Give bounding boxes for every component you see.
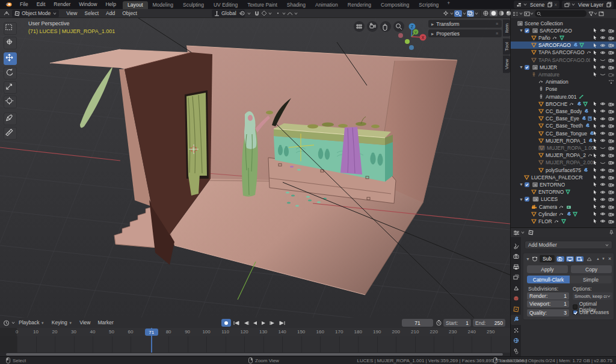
tool-scale[interactable] xyxy=(4,81,17,94)
snap-target-icon[interactable] xyxy=(261,10,267,16)
pivot-icon[interactable] xyxy=(239,10,246,16)
props-tab-scene[interactable] xyxy=(511,283,521,293)
mesh-icon[interactable] xyxy=(538,116,544,121)
transform-panel-collapsed[interactable]: ▸Transform≡ xyxy=(428,20,502,28)
snap-magnet-icon[interactable] xyxy=(254,10,260,16)
props-tab-tool[interactable] xyxy=(511,241,521,251)
timeline-ruler[interactable]: 0102030405060809010011012013014015016017… xyxy=(0,328,510,336)
outliner-item-label[interactable]: Scene Collection xyxy=(525,20,563,26)
mod-down-button[interactable]: ▼ xyxy=(602,257,605,261)
vp-menu-view[interactable]: View xyxy=(63,9,81,18)
collection-icon[interactable] xyxy=(532,182,538,187)
pose-icon[interactable] xyxy=(538,94,544,99)
outliner-row[interactable]: CC_Base_Teeth xyxy=(511,122,616,129)
outliner-item-label[interactable]: CC_Base_Body xyxy=(546,108,582,114)
mod-up-button[interactable]: ▲ xyxy=(596,257,600,261)
props-tab-physics[interactable] xyxy=(511,336,521,346)
cam-toggle-icon[interactable] xyxy=(608,160,614,165)
anim-icon[interactable] xyxy=(538,79,544,84)
cam-toggle-icon[interactable] xyxy=(608,190,614,194)
badge-wrench-icon[interactable] xyxy=(583,168,588,173)
outliner-row[interactable]: Pose xyxy=(511,85,616,93)
eye-toggle-icon[interactable] xyxy=(600,168,606,172)
cam-toggle-icon[interactable] xyxy=(608,205,614,209)
dots-toggle-icon[interactable] xyxy=(608,79,614,84)
badge-wrench-icon[interactable] xyxy=(581,116,586,121)
clock-icon[interactable] xyxy=(436,319,442,326)
outliner-row[interactable]: ▼ENTORNO xyxy=(511,181,616,188)
outliner-item-label[interactable]: Cylinder xyxy=(538,211,557,217)
mesh-icon[interactable] xyxy=(538,102,544,106)
mesh-icon[interactable] xyxy=(531,212,537,217)
use-creases-checkbox[interactable] xyxy=(573,310,578,315)
eye-toggle-icon[interactable] xyxy=(600,131,606,135)
outliner-search-input[interactable] xyxy=(535,10,587,17)
jump-to-end-button[interactable] xyxy=(278,320,286,326)
outliner-row[interactable]: MUJER_ROPA_2.001 xyxy=(511,159,616,166)
outliner-row[interactable]: MUJER_ROPA_1.001 xyxy=(511,144,616,152)
ptr-toggle-icon[interactable] xyxy=(593,211,597,217)
ptr-toggle-icon[interactable] xyxy=(593,35,597,40)
ptr-toggle-icon[interactable] xyxy=(593,174,597,180)
panel-collapse-icon[interactable]: ▼ xyxy=(526,257,530,261)
vp-menu-select[interactable]: Select xyxy=(81,9,102,18)
cam-toggle-icon[interactable] xyxy=(608,65,614,70)
tool-cursor[interactable] xyxy=(4,37,17,49)
outliner-row[interactable]: polySurface575 xyxy=(511,167,616,174)
copy-icon[interactable] xyxy=(606,2,611,7)
tool-transform[interactable] xyxy=(4,96,17,108)
outliner-row[interactable]: TAPA SARCOFAGO xyxy=(511,49,616,56)
properties-panel-collapsed[interactable]: ▸Properties≡ xyxy=(428,29,502,37)
mod-cage-toggle[interactable] xyxy=(585,256,593,262)
shading-solid-icon[interactable] xyxy=(490,10,497,16)
prev-keyframe-button[interactable] xyxy=(242,320,250,326)
ptr-toggle-icon[interactable] xyxy=(593,131,597,136)
tab-uv-editing[interactable]: UV Editing xyxy=(209,1,242,9)
outliner-item-label[interactable]: Armature xyxy=(538,72,559,78)
outliner-item-label[interactable]: BROCHE xyxy=(546,101,567,107)
outliner-item-label[interactable]: polySurface575 xyxy=(546,167,581,173)
copy-button[interactable]: Copy xyxy=(571,265,612,273)
eye-toggle-icon[interactable] xyxy=(600,117,606,121)
ptr-toggle-icon[interactable] xyxy=(593,43,597,48)
shading-wireframe-icon[interactable] xyxy=(482,10,489,16)
tool-rotate[interactable] xyxy=(4,67,17,79)
optimal-display-checkbox[interactable] xyxy=(573,304,578,309)
outliner-row[interactable]: Armature.001 xyxy=(511,93,616,100)
ptr-toggle-icon[interactable] xyxy=(593,116,597,122)
outliner-item-label[interactable]: TAPA SARCOFAGO xyxy=(538,49,585,55)
tab-rendering[interactable]: Rendering xyxy=(343,1,376,9)
props-tab-view-layer[interactable] xyxy=(511,273,521,283)
outliner-row[interactable]: Cylinder xyxy=(511,211,616,218)
tl-menu-marker[interactable]: Marker xyxy=(94,318,117,327)
eye-toggle-icon[interactable] xyxy=(600,28,606,32)
ptr-toggle-icon[interactable] xyxy=(593,28,597,33)
outliner-display-mode-icon[interactable] xyxy=(513,11,519,16)
ptr-toggle-icon[interactable] xyxy=(593,167,597,173)
outliner-row[interactable]: Scene Collection xyxy=(511,20,616,27)
mesh-icon[interactable] xyxy=(538,168,544,173)
cam-toggle-icon[interactable] xyxy=(608,138,614,143)
outliner-row[interactable]: Paño xyxy=(511,34,616,42)
eye-toggle-icon[interactable] xyxy=(600,124,606,128)
ptr-toggle-icon[interactable] xyxy=(593,218,597,224)
cam-toggle-icon[interactable] xyxy=(608,109,614,114)
cam-toggle-icon[interactable] xyxy=(608,58,614,63)
falloff-icon[interactable] xyxy=(287,10,293,16)
eye-toggle-icon[interactable] xyxy=(600,102,606,106)
badge-datagreen-icon[interactable] xyxy=(559,35,564,40)
outliner-item-label[interactable]: Pose xyxy=(546,86,557,92)
props-tab-modifiers[interactable] xyxy=(511,315,521,325)
modifier-name-field[interactable]: Sub xyxy=(540,255,555,262)
ptr-toggle-icon[interactable] xyxy=(593,182,597,187)
cam-toggle-icon[interactable] xyxy=(608,168,614,173)
use-creases-row[interactable]: Use Creases xyxy=(573,309,609,315)
ptr-toggle-icon[interactable] xyxy=(593,160,597,165)
collection-icon[interactable] xyxy=(532,28,538,33)
cam-toggle-icon[interactable] xyxy=(608,131,614,136)
xray-toggle-icon[interactable] xyxy=(467,10,474,17)
mesh-icon[interactable] xyxy=(538,138,544,143)
outliner-item-label[interactable]: MUJER xyxy=(540,64,557,70)
outliner-item-label[interactable]: Animation xyxy=(546,79,568,85)
disclosure-triangle-icon[interactable]: ▼ xyxy=(519,182,523,187)
